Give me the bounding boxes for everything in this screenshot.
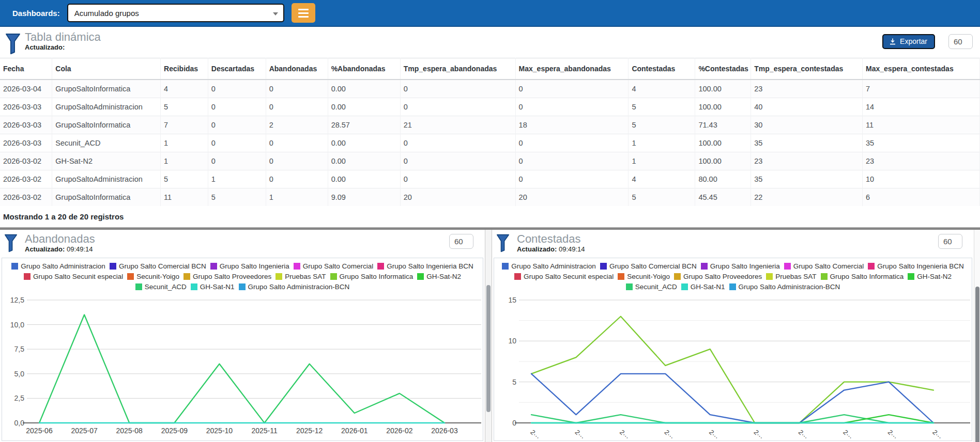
- table-cell: 4: [161, 80, 208, 98]
- table-cell: 0: [208, 116, 266, 134]
- legend-item[interactable]: Grupo Salto Ingenieria: [701, 261, 780, 271]
- contestadas-interval-input[interactable]: [938, 234, 962, 249]
- legend-item[interactable]: Grupo Salto Secunit especial: [514, 272, 614, 281]
- x-tick-label: 2025-09: [161, 427, 188, 435]
- legend-item[interactable]: Secunit_ACD: [626, 282, 677, 292]
- export-button[interactable]: Exportar: [882, 34, 935, 49]
- legend-label: Pruebas SAT: [775, 272, 816, 281]
- table-row: 2026-03-02GrupoSaltoAdministracion5100.0…: [0, 170, 980, 188]
- legend-item[interactable]: Grupo Salto Secunit especial: [24, 272, 123, 281]
- table-cell: 0: [515, 98, 629, 116]
- abandonadas-updated-label: Actualizado:: [25, 245, 65, 253]
- table-cell: 2026-03-03: [0, 134, 52, 152]
- column-header[interactable]: Tmp_espera_abandonadas: [400, 58, 515, 80]
- legend-item[interactable]: Secunit-Yoigo: [618, 272, 670, 281]
- legend-item[interactable]: Grupo Salto Informatica: [821, 272, 904, 281]
- table-cell: 5: [629, 98, 695, 116]
- table-cell: 2026-03-02: [0, 152, 52, 170]
- x-tick-label: 2025-11: [251, 427, 278, 435]
- legend-item[interactable]: Grupo Salto Comercial: [784, 261, 864, 271]
- column-header[interactable]: Tmp_espera_contestadas: [751, 58, 863, 80]
- legend-item[interactable]: Grupo Salto Administracion-BCN: [239, 282, 350, 292]
- table-cell: 1: [161, 134, 208, 152]
- charts-row: Abandonadas Actualizado: 09:49:14 Grupo …: [0, 230, 980, 442]
- legend-swatch: [135, 283, 142, 290]
- legend-item[interactable]: Grupo Salto Administracion: [11, 261, 105, 271]
- column-header[interactable]: Recibidas: [161, 58, 208, 80]
- table-row: 2026-03-02GH-Sat-N21000.00001100.002323: [0, 152, 980, 170]
- table-cell: 0: [266, 98, 328, 116]
- table-panel-title: Tabla dinámica: [25, 31, 101, 43]
- contestadas-legend: Grupo Salto AdministracionGrupo Salto Co…: [494, 258, 972, 294]
- table-panel: Tabla dinámica Actualizado: Exportar Fec…: [0, 27, 980, 227]
- legend-item[interactable]: Grupo Salto Proveedores: [183, 272, 271, 281]
- legend-item[interactable]: GH-Sat-N2: [908, 272, 952, 281]
- table-cell: 35: [863, 134, 980, 152]
- x-tick-label: 2···: [886, 428, 899, 440]
- x-tick-label: 2···: [573, 428, 586, 440]
- x-tick-label: 2···: [931, 428, 944, 440]
- page-scrollbar[interactable]: [974, 230, 980, 442]
- legend-swatch: [502, 263, 509, 270]
- column-header[interactable]: %Contestadas: [695, 58, 751, 80]
- table-cell: 0.00: [328, 98, 400, 116]
- column-header[interactable]: Abandonadas: [266, 58, 328, 80]
- series-line-grupo-salto-administracion: [531, 374, 933, 423]
- legend-item[interactable]: Grupo Salto Administracion: [502, 261, 596, 271]
- contestadas-panel: Contestadas Actualizado: 09:49:14 Grupo …: [492, 230, 974, 442]
- legend-item[interactable]: Grupo Salto Comercial: [294, 261, 374, 271]
- legend-swatch: [626, 283, 633, 290]
- legend-swatch: [868, 263, 875, 270]
- legend-swatch: [11, 263, 18, 270]
- dashboard-select[interactable]: Acumulado grupos: [67, 4, 284, 22]
- filter-funnel-icon: [4, 234, 18, 255]
- legend-item[interactable]: Grupo Salto Proveedores: [674, 272, 762, 281]
- column-header[interactable]: Descartadas: [208, 58, 266, 80]
- table-row: 2026-03-03GrupoSaltoAdministracion5000.0…: [0, 98, 980, 116]
- legend-swatch: [729, 283, 736, 290]
- table-cell: 0: [515, 170, 629, 188]
- scrollbar-thumb[interactable]: [486, 285, 491, 413]
- abandonadas-interval-input[interactable]: [449, 234, 473, 249]
- panel-scrollbar[interactable]: [485, 230, 492, 442]
- legend-item[interactable]: Grupo Salto Comercial BCN: [600, 261, 697, 271]
- legend-label: Grupo Salto Comercial: [793, 261, 864, 271]
- legend-item[interactable]: Grupo Salto Administracion-BCN: [729, 282, 840, 292]
- menu-button[interactable]: [292, 3, 315, 23]
- column-header[interactable]: Contestadas: [629, 58, 695, 80]
- table-cell: 0: [515, 134, 629, 152]
- legend-item[interactable]: Grupo Salto Ingenieria BCN: [868, 261, 963, 271]
- column-header[interactable]: %Abandonadas: [328, 58, 400, 80]
- legend-label: GH-Sat-N2: [426, 272, 461, 281]
- table-interval-input[interactable]: [948, 34, 973, 49]
- table-cell: 0: [400, 80, 515, 98]
- legend-item[interactable]: Pruebas SAT: [275, 272, 326, 281]
- legend-swatch: [417, 273, 424, 280]
- column-header[interactable]: Max_espera_abandonadas: [515, 58, 629, 80]
- legend-item[interactable]: Grupo Salto Informatica: [330, 272, 414, 281]
- legend-swatch: [183, 273, 190, 280]
- legend-item[interactable]: GH-Sat-N1: [681, 282, 725, 292]
- column-header[interactable]: Fecha: [0, 58, 52, 80]
- legend-item[interactable]: Secunit_ACD: [135, 282, 187, 292]
- table-cell: 1: [629, 134, 695, 152]
- legend-label: Grupo Salto Informatica: [340, 272, 414, 281]
- legend-item[interactable]: Grupo Salto Ingenieria BCN: [377, 261, 473, 271]
- legend-item[interactable]: Pruebas SAT: [766, 272, 816, 281]
- table-cell: 40: [751, 98, 863, 116]
- legend-item[interactable]: Grupo Salto Ingenieria: [210, 261, 289, 271]
- legend-swatch: [24, 273, 30, 280]
- hamburger-icon: [298, 9, 309, 18]
- legend-item[interactable]: GH-Sat-N2: [417, 272, 461, 281]
- table-cell: 5: [161, 170, 208, 188]
- legend-item[interactable]: GH-Sat-N1: [191, 282, 235, 292]
- legend-item[interactable]: Grupo Salto Comercial BCN: [110, 261, 206, 271]
- scrollbar-thumb[interactable]: [975, 287, 979, 442]
- legend-swatch: [821, 273, 828, 280]
- legend-label: Grupo Salto Secunit especial: [524, 272, 614, 281]
- column-header[interactable]: Max_espera_contestadas: [863, 58, 980, 80]
- column-header[interactable]: Cola: [52, 58, 161, 80]
- legend-item[interactable]: Secunit-Yoigo: [127, 272, 179, 281]
- table-cell: 23: [751, 80, 863, 98]
- legend-swatch: [701, 263, 708, 270]
